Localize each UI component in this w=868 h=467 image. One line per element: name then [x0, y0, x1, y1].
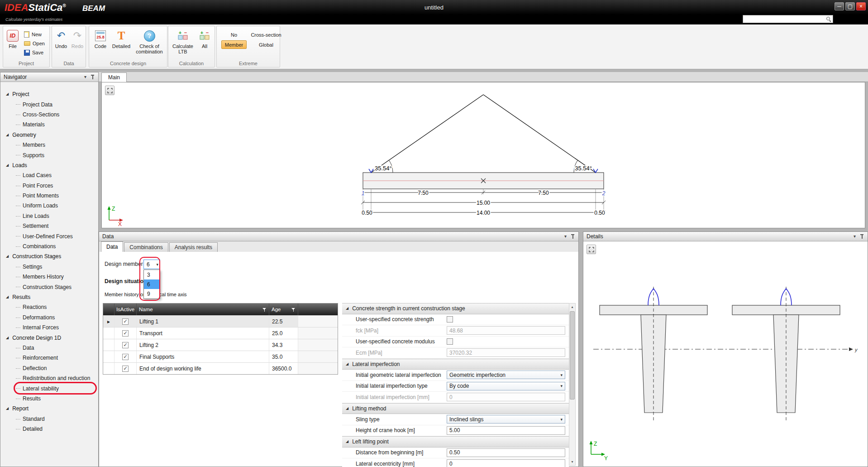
name-cell[interactable]: Transport — [137, 327, 269, 339]
name-cell[interactable]: Lifting 2 — [137, 339, 269, 351]
nav-item-data[interactable]: Data — [0, 343, 98, 353]
nav-item-uniform-loads[interactable]: Uniform Loads — [0, 201, 98, 211]
expander-triangle-icon[interactable]: ◢ — [6, 164, 9, 167]
tab-main[interactable]: Main — [101, 72, 127, 82]
nav-item-detailed[interactable]: Detailed — [0, 424, 98, 434]
maximize-button[interactable]: ▢ — [845, 2, 855, 10]
nav-item-project-data[interactable]: Project Data — [0, 99, 98, 109]
nav-item-deformations[interactable]: Deformations — [0, 313, 98, 323]
property-section-lateral-imperfection[interactable]: ◢Lateral imperfection — [342, 359, 569, 370]
isactive-checkbox[interactable]: ✓ — [122, 342, 129, 348]
main-viewport[interactable]: 35.54° 35.54° 7.50 7.50 — [101, 82, 865, 228]
expander-triangle-icon[interactable]: ◢ — [6, 407, 9, 410]
nav-item-lateral-stability[interactable]: Lateral stability — [0, 383, 98, 393]
property-dropdown[interactable]: By code▾ — [447, 382, 565, 390]
data-panel-tab-combinations[interactable]: Combinations — [124, 242, 168, 252]
properties-scrollbar[interactable]: ▴ ▾ — [569, 303, 576, 466]
age-cell[interactable]: 35.0 — [269, 351, 298, 362]
nav-item-settlement[interactable]: Settlement — [0, 221, 98, 231]
isactive-checkbox[interactable]: ✓ — [122, 366, 129, 372]
nav-item-cross-sections[interactable]: Cross-Sections — [0, 110, 98, 120]
isactive-cell[interactable]: ✓ — [114, 351, 137, 362]
property-section-concrete-strength-in-current-construction-stage[interactable]: ◢Concrete strength in current constructi… — [342, 303, 569, 314]
property-dropdown[interactable]: Geometric imperfection▾ — [447, 371, 565, 379]
minimize-button[interactable]: ─ — [835, 2, 844, 10]
property-dropdown[interactable]: Inclined slings▾ — [447, 415, 565, 424]
expander-triangle-icon[interactable]: ◢ — [346, 362, 348, 366]
expander-triangle-icon[interactable]: ◢ — [6, 133, 9, 137]
property-input[interactable]: 37020.32 — [447, 348, 565, 357]
nav-section-loads[interactable]: ◢Loads — [0, 160, 98, 170]
design-member-option-6[interactable]: 6 — [144, 279, 160, 289]
isactive-checkbox[interactable]: ✓ — [122, 330, 129, 337]
nav-section-geometry[interactable]: ◢Geometry — [0, 130, 98, 140]
property-input[interactable]: 48.68 — [447, 326, 565, 335]
nav-section-report[interactable]: ◢Report — [0, 404, 98, 414]
data-panel-tab-data[interactable]: Data — [101, 241, 123, 252]
code-button[interactable]: 25.8 Code — [92, 29, 109, 49]
nav-item-internal-forces[interactable]: Internal Forces — [0, 323, 98, 332]
panel-menu-chevron-icon[interactable]: ▾ — [854, 234, 856, 239]
scroll-up-icon[interactable]: ▴ — [569, 303, 575, 310]
redo-button[interactable]: ↷ Redo — [70, 29, 85, 49]
expander-triangle-icon[interactable]: ◢ — [6, 255, 9, 258]
filter-icon[interactable] — [262, 308, 267, 312]
filter-icon[interactable] — [291, 308, 296, 312]
nav-item-user-defined-forces[interactable]: User-Defined Forces — [0, 231, 98, 241]
isactive-checkbox[interactable]: ✓ — [122, 354, 129, 360]
extreme-option-no[interactable]: No — [221, 30, 247, 39]
age-cell[interactable]: 34.3 — [269, 339, 298, 351]
age-cell[interactable]: 25.0 — [269, 327, 298, 339]
property-section-lifting-method[interactable]: ◢Lifting method — [342, 403, 569, 414]
data-panel-tab-analysis-results[interactable]: Analysis results — [169, 242, 218, 252]
nav-item-members-history[interactable]: Members History — [0, 272, 98, 282]
nav-item-redistribution-and-reduction[interactable]: Redistribution and reduction — [0, 373, 98, 383]
name-cell[interactable]: Lifting 1 — [137, 316, 269, 327]
stage-row-final-supports[interactable]: ✓Final Supports35.0 — [103, 351, 338, 362]
zoom-to-fit-button[interactable] — [587, 245, 596, 254]
nav-item-construction-stages[interactable]: Construction Stages — [0, 282, 98, 292]
property-input[interactable]: 5.00 — [447, 426, 565, 435]
stage-row-end-of-design-working-life[interactable]: ✓End of design working life36500.0 — [103, 362, 338, 374]
panel-menu-chevron-icon[interactable]: ▾ — [564, 234, 567, 239]
nav-item-point-forces[interactable]: Point Forces — [0, 181, 98, 191]
nav-item-reinforcement[interactable]: Reinforcement — [0, 353, 98, 363]
property-input[interactable]: 0.50 — [447, 448, 565, 457]
nav-item-materials[interactable]: Materials — [0, 120, 98, 130]
expander-triangle-icon[interactable]: ◢ — [346, 440, 348, 443]
stage-row-transport[interactable]: ✓Transport25.0 — [103, 327, 338, 339]
isactive-cell[interactable]: ✓ — [114, 327, 137, 339]
property-section-left-lifting-point[interactable]: ◢Left lifting point — [342, 436, 569, 448]
scroll-down-icon[interactable]: ▾ — [569, 458, 575, 465]
zoom-to-fit-button[interactable] — [105, 86, 114, 95]
property-checkbox[interactable] — [447, 316, 453, 323]
isactive-cell[interactable]: ✓ — [114, 339, 137, 351]
expander-triangle-icon[interactable]: ◢ — [346, 307, 348, 310]
stage-row-lifting-1[interactable]: ▸✓Lifting 122.5 — [103, 315, 338, 327]
nav-item-results[interactable]: Results — [0, 394, 98, 404]
header-name[interactable]: Name — [137, 303, 269, 315]
calculate-ltb-button[interactable]: + − Calculate LTB — [171, 29, 195, 54]
open-button[interactable]: Open — [24, 39, 45, 48]
age-cell[interactable]: 36500.0 — [269, 363, 298, 374]
nav-item-combinations[interactable]: Combinations — [0, 241, 98, 251]
age-cell[interactable]: 22.5 — [269, 316, 298, 327]
nav-section-project[interactable]: ◢Project — [0, 89, 98, 99]
panel-menu-chevron-icon[interactable]: ▾ — [84, 75, 86, 79]
nav-item-line-loads[interactable]: Line Loads — [0, 211, 98, 221]
pin-icon[interactable] — [859, 234, 864, 239]
design-member-option-9[interactable]: 9 — [144, 289, 160, 298]
nav-item-standard[interactable]: Standard — [0, 414, 98, 424]
extreme-option-member[interactable]: Member — [221, 40, 247, 49]
pin-icon[interactable] — [570, 234, 575, 239]
nav-section-concrete-design-1d[interactable]: ◢Concrete Design 1D — [0, 332, 98, 342]
scrollbar-thumb[interactable] — [570, 311, 575, 400]
nav-section-results[interactable]: ◢Results — [0, 292, 98, 302]
nav-item-members[interactable]: Members — [0, 140, 98, 150]
nav-item-reactions[interactable]: Reactions — [0, 302, 98, 312]
name-cell[interactable]: Final Supports — [137, 351, 269, 362]
property-input[interactable]: 0 — [447, 393, 565, 401]
undo-button[interactable]: ↶ Undo — [53, 29, 69, 49]
header-isactive[interactable]: IsActive — [114, 303, 137, 315]
expander-triangle-icon[interactable]: ◢ — [6, 295, 9, 299]
